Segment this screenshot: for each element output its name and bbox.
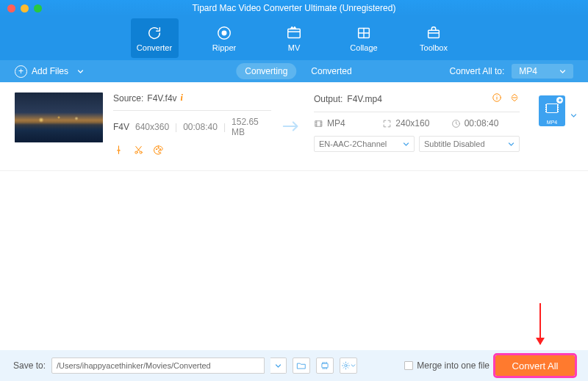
gpu-accel-button[interactable] <box>316 358 334 374</box>
tab-label: Toolbox <box>420 43 448 52</box>
window-controls <box>7 4 42 12</box>
cut-icon[interactable] <box>133 145 144 159</box>
main-tabs: Converter Ripper MV Collage Toolbox <box>0 16 588 60</box>
compress-icon[interactable] <box>509 92 520 105</box>
subtitle-value: Subtitle Disabled <box>424 139 485 148</box>
expand-icon <box>382 119 392 128</box>
tab-label: Collage <box>350 43 377 52</box>
bottom-bar: Save to: Merge into one file Convert All <box>0 350 588 381</box>
tab-converter[interactable]: Converter <box>131 18 179 58</box>
chevron-down-icon <box>508 141 514 148</box>
chevron-down-icon <box>77 68 84 75</box>
open-folder-button[interactable] <box>293 358 310 374</box>
annotation-arrow <box>539 303 541 344</box>
save-path-dropdown[interactable] <box>270 358 287 374</box>
output-profile-button[interactable]: ✦ MP4 <box>536 95 568 126</box>
tab-collage[interactable]: Collage <box>340 18 388 58</box>
convert-all-to-label: Convert All to: <box>450 66 505 76</box>
divider <box>0 170 588 171</box>
output-label: Output: <box>314 94 343 104</box>
title-bar: Tipard Mac Video Converter Ultimate (Unr… <box>0 0 588 16</box>
out-duration: 00:08:40 <box>465 118 499 128</box>
save-to-label: Save to: <box>13 360 46 371</box>
svg-point-11 <box>156 149 157 150</box>
source-details: Source: F4V.f4v i F4V 640x360| 00:08:40|… <box>113 92 271 159</box>
close-window-button[interactable] <box>7 4 15 12</box>
tab-converted[interactable]: Converted <box>311 66 351 76</box>
arrow-right-icon <box>282 119 304 137</box>
output-format-value: MP4 <box>519 66 537 76</box>
tab-label: Converter <box>137 43 172 52</box>
profile-format-label: MP4 <box>547 120 557 125</box>
tab-label: MV <box>288 43 301 52</box>
tab-converting[interactable]: Converting <box>236 63 296 79</box>
sub-toolbar: + Add Files Converting Converted Convert… <box>0 60 588 82</box>
audio-track-select[interactable]: EN-AAC-2Channel <box>314 136 415 152</box>
svg-rect-8 <box>429 30 440 37</box>
save-path-input[interactable] <box>51 358 265 374</box>
svg-point-13 <box>159 149 160 150</box>
chevron-down-icon <box>403 141 409 148</box>
audio-track-value: EN-AAC-2Channel <box>319 139 387 148</box>
output-details: Output: F4V.mp4 MP4 240x160 00:08:40 EN-… <box>314 92 520 152</box>
subtitle-select[interactable]: Subtitle Disabled <box>419 136 520 152</box>
palette-icon[interactable] <box>153 145 164 159</box>
info-circle-icon[interactable] <box>492 92 502 105</box>
film-icon <box>314 119 323 128</box>
convert-all-button[interactable]: Convert All <box>495 355 575 376</box>
tab-mv[interactable]: MV <box>270 18 318 58</box>
merge-checkbox[interactable]: Merge into one file <box>404 360 490 371</box>
output-format-select[interactable]: MP4 <box>512 64 573 79</box>
pin-icon[interactable] <box>113 145 124 159</box>
minimize-window-button[interactable] <box>21 4 29 12</box>
svg-point-12 <box>158 148 159 148</box>
clock-icon <box>451 119 461 128</box>
source-filename: F4V.f4v <box>147 93 176 104</box>
chevron-down-icon <box>559 68 566 75</box>
info-icon[interactable]: i <box>181 92 183 104</box>
chevron-down-icon[interactable] <box>570 109 577 122</box>
settings-badge-icon: ✦ <box>556 97 563 104</box>
film-icon <box>546 104 558 113</box>
svg-point-18 <box>345 364 347 366</box>
app-title: Tipard Mac Video Converter Ultimate (Unr… <box>0 3 588 13</box>
merge-label: Merge into one file <box>417 360 490 371</box>
plus-icon: + <box>15 65 27 78</box>
tab-toolbox[interactable]: Toolbox <box>410 18 458 58</box>
svg-rect-6 <box>288 29 301 37</box>
settings-button[interactable] <box>340 358 357 374</box>
source-resolution: 640x360 <box>135 122 169 132</box>
maximize-window-button[interactable] <box>34 4 42 12</box>
file-row: Source: F4V.f4v i F4V 640x360| 00:08:40|… <box>0 82 588 166</box>
svg-point-5 <box>222 31 226 35</box>
out-resolution: 240x160 <box>395 118 429 128</box>
add-files-label: Add Files <box>32 66 68 76</box>
add-files-button[interactable]: + Add Files <box>15 65 84 78</box>
svg-rect-17 <box>322 363 328 368</box>
chevron-down-icon <box>275 363 282 369</box>
source-duration: 00:08:40 <box>183 122 218 132</box>
chevron-down-icon <box>351 360 356 371</box>
tab-ripper[interactable]: Ripper <box>201 18 248 58</box>
video-thumbnail[interactable] <box>15 92 103 142</box>
output-filename: F4V.mp4 <box>347 94 382 104</box>
tab-label: Ripper <box>212 43 236 52</box>
source-size: 152.65 MB <box>232 117 271 137</box>
checkbox-icon <box>404 361 413 370</box>
source-format: F4V <box>113 122 129 132</box>
out-format: MP4 <box>327 118 345 128</box>
source-label: Source: <box>113 93 143 104</box>
